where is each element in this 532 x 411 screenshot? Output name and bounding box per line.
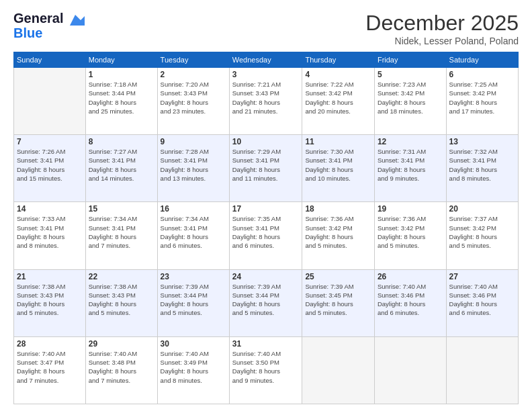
day-info: Sunrise: 7:39 AM Sunset: 3:44 PM Dayligh… [161,282,226,318]
header-saturday: Saturday [446,52,518,68]
calendar-week-4: 21Sunrise: 7:38 AM Sunset: 3:43 PM Dayli… [14,269,519,336]
day-number: 21 [17,272,83,281]
day-info: Sunrise: 7:39 AM Sunset: 3:44 PM Dayligh… [232,282,300,318]
table-row: 20Sunrise: 7:37 AM Sunset: 3:42 PM Dayli… [446,202,518,269]
day-info: Sunrise: 7:31 AM Sunset: 3:41 PM Dayligh… [378,147,443,183]
location: Nidek, Lesser Poland, Poland [365,36,519,46]
table-row [374,336,446,404]
calendar-week-5: 28Sunrise: 7:40 AM Sunset: 3:47 PM Dayli… [14,336,519,404]
table-row: 19Sunrise: 7:36 AM Sunset: 3:42 PM Dayli… [374,202,446,269]
table-row: 28Sunrise: 7:40 AM Sunset: 3:47 PM Dayli… [14,336,86,404]
logo-icon [66,13,85,31]
calendar-table: Sunday Monday Tuesday Wednesday Thursday… [13,52,519,404]
table-row: 13Sunrise: 7:32 AM Sunset: 3:41 PM Dayli… [446,135,518,202]
day-info: Sunrise: 7:30 AM Sunset: 3:41 PM Dayligh… [305,147,371,183]
table-row: 2Sunrise: 7:20 AM Sunset: 3:43 PM Daylig… [157,68,229,135]
table-row: 9Sunrise: 7:28 AM Sunset: 3:41 PM Daylig… [157,135,229,202]
month-title: December 2025 [365,11,519,36]
day-info: Sunrise: 7:27 AM Sunset: 3:41 PM Dayligh… [89,147,154,183]
table-row: 14Sunrise: 7:33 AM Sunset: 3:41 PM Dayli… [14,202,86,269]
header-tuesday: Tuesday [157,52,229,68]
day-info: Sunrise: 7:38 AM Sunset: 3:43 PM Dayligh… [17,282,83,318]
table-row: 27Sunrise: 7:40 AM Sunset: 3:46 PM Dayli… [446,269,518,336]
day-info: Sunrise: 7:34 AM Sunset: 3:41 PM Dayligh… [161,214,226,250]
day-info: Sunrise: 7:38 AM Sunset: 3:43 PM Dayligh… [89,282,154,318]
table-row: 24Sunrise: 7:39 AM Sunset: 3:44 PM Dayli… [229,269,302,336]
day-number: 2 [161,70,226,79]
table-row: 22Sunrise: 7:38 AM Sunset: 3:43 PM Dayli… [85,269,157,336]
table-row: 15Sunrise: 7:34 AM Sunset: 3:41 PM Dayli… [85,202,157,269]
table-row: 11Sunrise: 7:30 AM Sunset: 3:41 PM Dayli… [302,135,375,202]
table-row: 30Sunrise: 7:40 AM Sunset: 3:49 PM Dayli… [157,336,229,404]
table-row: 8Sunrise: 7:27 AM Sunset: 3:41 PM Daylig… [85,135,157,202]
day-info: Sunrise: 7:25 AM Sunset: 3:42 PM Dayligh… [449,80,515,116]
day-number: 5 [378,70,443,79]
table-row: 21Sunrise: 7:38 AM Sunset: 3:43 PM Dayli… [14,269,86,336]
day-number: 30 [161,339,226,349]
day-number: 17 [232,204,300,214]
calendar-week-2: 7Sunrise: 7:26 AM Sunset: 3:41 PM Daylig… [14,135,519,202]
day-number: 1 [89,70,154,79]
day-info: Sunrise: 7:40 AM Sunset: 3:49 PM Dayligh… [161,349,226,385]
day-number: 7 [17,137,83,146]
day-info: Sunrise: 7:33 AM Sunset: 3:41 PM Dayligh… [17,214,83,250]
day-info: Sunrise: 7:40 AM Sunset: 3:46 PM Dayligh… [449,282,515,318]
calendar-week-3: 14Sunrise: 7:33 AM Sunset: 3:41 PM Dayli… [14,202,519,269]
day-number: 26 [378,272,443,281]
day-number: 6 [449,70,515,79]
day-number: 9 [161,137,226,146]
day-number: 27 [449,272,515,281]
day-info: Sunrise: 7:32 AM Sunset: 3:41 PM Dayligh… [449,147,515,183]
day-info: Sunrise: 7:29 AM Sunset: 3:41 PM Dayligh… [232,147,300,183]
table-row: 7Sunrise: 7:26 AM Sunset: 3:41 PM Daylig… [14,135,86,202]
day-number: 25 [305,272,371,281]
day-number: 13 [449,137,515,146]
calendar-week-1: 1Sunrise: 7:18 AM Sunset: 3:44 PM Daylig… [14,68,519,135]
day-number: 22 [89,272,154,281]
day-info: Sunrise: 7:34 AM Sunset: 3:41 PM Dayligh… [89,214,154,250]
header: General Blue December 2025 Nidek, Lesser… [13,11,519,46]
day-info: Sunrise: 7:40 AM Sunset: 3:48 PM Dayligh… [89,349,154,385]
day-info: Sunrise: 7:28 AM Sunset: 3:41 PM Dayligh… [161,147,226,183]
title-area: December 2025 Nidek, Lesser Poland, Pola… [365,11,519,46]
day-info: Sunrise: 7:36 AM Sunset: 3:42 PM Dayligh… [305,214,371,250]
table-row [302,336,375,404]
day-info: Sunrise: 7:37 AM Sunset: 3:42 PM Dayligh… [449,214,515,250]
day-info: Sunrise: 7:39 AM Sunset: 3:45 PM Dayligh… [305,282,371,318]
table-row: 18Sunrise: 7:36 AM Sunset: 3:42 PM Dayli… [302,202,375,269]
svg-marker-0 [70,15,85,26]
header-sunday: Sunday [14,52,86,68]
table-row: 29Sunrise: 7:40 AM Sunset: 3:48 PM Dayli… [85,336,157,404]
day-info: Sunrise: 7:36 AM Sunset: 3:42 PM Dayligh… [378,214,443,250]
day-info: Sunrise: 7:20 AM Sunset: 3:43 PM Dayligh… [161,80,226,116]
table-row: 26Sunrise: 7:40 AM Sunset: 3:46 PM Dayli… [374,269,446,336]
day-number: 24 [232,272,300,281]
day-info: Sunrise: 7:22 AM Sunset: 3:42 PM Dayligh… [305,80,371,116]
day-number: 20 [449,204,515,214]
calendar-header-row: Sunday Monday Tuesday Wednesday Thursday… [14,52,519,68]
table-row [14,68,86,135]
table-row: 6Sunrise: 7:25 AM Sunset: 3:42 PM Daylig… [446,68,518,135]
day-info: Sunrise: 7:40 AM Sunset: 3:47 PM Dayligh… [17,349,83,385]
table-row: 16Sunrise: 7:34 AM Sunset: 3:41 PM Dayli… [157,202,229,269]
table-row: 1Sunrise: 7:18 AM Sunset: 3:44 PM Daylig… [85,68,157,135]
day-number: 28 [17,339,83,349]
table-row: 12Sunrise: 7:31 AM Sunset: 3:41 PM Dayli… [374,135,446,202]
header-friday: Friday [374,52,446,68]
logo: General Blue [13,11,85,40]
table-row: 25Sunrise: 7:39 AM Sunset: 3:45 PM Dayli… [302,269,375,336]
day-number: 12 [378,137,443,146]
table-row: 17Sunrise: 7:35 AM Sunset: 3:41 PM Dayli… [229,202,302,269]
page: General Blue December 2025 Nidek, Lesser… [0,0,532,411]
day-number: 10 [232,137,300,146]
header-thursday: Thursday [302,52,375,68]
table-row: 10Sunrise: 7:29 AM Sunset: 3:41 PM Dayli… [229,135,302,202]
header-monday: Monday [85,52,157,68]
day-info: Sunrise: 7:40 AM Sunset: 3:46 PM Dayligh… [378,282,443,318]
day-number: 14 [17,204,83,214]
day-number: 31 [232,339,300,349]
day-number: 8 [89,137,154,146]
table-row: 31Sunrise: 7:40 AM Sunset: 3:50 PM Dayli… [229,336,302,404]
day-number: 3 [232,70,300,79]
day-info: Sunrise: 7:18 AM Sunset: 3:44 PM Dayligh… [89,80,154,116]
